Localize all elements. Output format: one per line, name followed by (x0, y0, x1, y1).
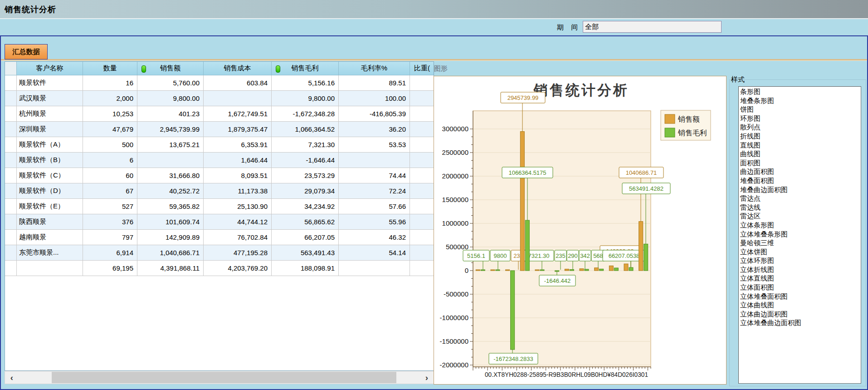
style-option[interactable]: 立体饼图 (740, 247, 861, 257)
table-cell-margin-percent[interactable]: 72.24 (339, 183, 410, 199)
style-option[interactable]: 立体直线图 (740, 274, 861, 283)
table-header-margin-percent[interactable]: 毛利率% (339, 62, 410, 75)
row-indicator[interactable] (5, 122, 17, 137)
table-cell-sales-cost[interactable]: 1,879,375.47 (204, 122, 272, 137)
table-cell-proportion[interactable] (410, 122, 434, 137)
table-cell-sales-cost[interactable]: 6,353.91 (204, 137, 272, 153)
style-option[interactable]: 曲边面积图 (740, 167, 861, 176)
style-option[interactable]: 立体折线图 (740, 265, 861, 274)
table-cell-customer-name[interactable]: 顺景软件 (17, 75, 83, 91)
table-cell-customer-name[interactable]: 顺景软件（B） (17, 153, 83, 168)
style-option[interactable]: 立体条形图 (740, 221, 861, 230)
table-cell-proportion[interactable] (410, 245, 434, 261)
table-cell-gross-profit[interactable]: -1,646.44 (272, 153, 339, 168)
table-cell-quantity[interactable]: 6 (83, 153, 137, 168)
table-cell-customer-name[interactable] (17, 261, 83, 276)
style-option[interactable]: 环形图 (740, 114, 861, 123)
table-cell-customer-name[interactable]: 武汉顺景 (17, 91, 83, 106)
table-cell-quantity[interactable]: 6,914 (83, 245, 137, 261)
table-cell-quantity[interactable]: 47,679 (83, 122, 137, 137)
table-cell-sales-cost[interactable]: 603.84 (204, 75, 272, 91)
table-cell-sales-cost[interactable]: 1,672,749.51 (204, 106, 272, 122)
row-indicator[interactable] (5, 214, 17, 230)
table-cell-margin-percent[interactable]: 89.51 (339, 75, 410, 91)
row-indicator[interactable] (5, 106, 17, 122)
style-option[interactable]: 雷达区 (740, 212, 861, 221)
table-cell-margin-percent[interactable]: 36.20 (339, 122, 410, 137)
table-cell-sales-amount[interactable]: 4,391,868.11 (137, 261, 204, 276)
table-cell-margin-percent[interactable] (339, 261, 410, 276)
table-cell-customer-name[interactable]: 顺景软件（D） (17, 183, 83, 199)
table-cell-sales-amount[interactable]: 13,675.21 (137, 137, 204, 153)
table-cell-margin-percent[interactable]: -416,805.39 (339, 106, 410, 122)
table-cell-quantity[interactable]: 2,000 (83, 91, 137, 106)
table-cell-gross-profit[interactable]: -1,672,348.28 (272, 106, 339, 122)
table-cell-quantity[interactable]: 67 (83, 183, 137, 199)
table-cell-proportion[interactable] (410, 168, 434, 183)
table-cell-sales-cost[interactable]: 477,195.28 (204, 245, 272, 261)
table-cell-customer-name[interactable]: 陕西顺景 (17, 214, 83, 230)
table-cell-sales-cost[interactable]: 4,203,769.20 (204, 261, 272, 276)
table-cell-margin-percent[interactable]: 54.14 (339, 245, 410, 261)
table-cell-sales-amount[interactable]: 9,800.00 (137, 91, 204, 106)
row-indicator[interactable] (5, 245, 17, 261)
style-option[interactable]: 直线图 (740, 141, 861, 150)
table-header-customer-name[interactable]: 客户名称 (17, 62, 83, 75)
table-hscrollbar[interactable]: ‹ › (5, 371, 434, 384)
table-cell-sales-amount[interactable]: 401.23 (137, 106, 204, 122)
table-cell-sales-amount[interactable]: 2,945,739.99 (137, 122, 204, 137)
table-cell-quantity[interactable]: 500 (83, 137, 137, 153)
scrollbar-thumb[interactable] (52, 372, 396, 383)
table-header-sales-amount[interactable]: 销售额 (137, 62, 204, 75)
table-cell-gross-profit[interactable]: 66,207.05 (272, 230, 339, 245)
style-option[interactable]: 堆叠条形图 (740, 96, 861, 105)
style-option[interactable]: 堆叠面积图 (740, 176, 861, 185)
style-option[interactable]: 曼哈顿三维 (740, 238, 861, 247)
row-indicator[interactable] (5, 91, 17, 106)
table-cell-proportion[interactable] (410, 230, 434, 245)
table-cell-sales-cost[interactable]: 44,744.12 (204, 214, 272, 230)
table-cell-sales-amount[interactable]: 1,040,686.71 (137, 245, 204, 261)
table-cell-proportion[interactable] (410, 137, 434, 153)
style-option[interactable]: 立体堆叠曲边面积图 (740, 318, 861, 327)
table-cell-gross-profit[interactable]: 7,321.30 (272, 137, 339, 153)
table-cell-margin-percent[interactable]: 57.66 (339, 199, 410, 214)
style-option[interactable]: 散列点 (740, 123, 861, 132)
table-cell-gross-profit[interactable]: 23,573.29 (272, 168, 339, 183)
table-cell-gross-profit[interactable]: 563,491.43 (272, 245, 339, 261)
table-cell-sales-cost[interactable]: 25,130.90 (204, 199, 272, 214)
table-cell-sales-amount[interactable] (137, 153, 204, 168)
scroll-left-arrow-icon[interactable]: ‹ (5, 371, 19, 384)
row-indicator[interactable] (5, 137, 17, 153)
style-option[interactable]: 折线图 (740, 132, 861, 141)
table-header-sales-cost[interactable]: 销售成本 (204, 62, 272, 75)
table-cell-sales-amount[interactable]: 101,609.74 (137, 214, 204, 230)
table-cell-quantity[interactable]: 60 (83, 168, 137, 183)
table-cell-quantity[interactable]: 10,253 (83, 106, 137, 122)
table-cell-quantity[interactable]: 376 (83, 214, 137, 230)
table-cell-sales-amount[interactable]: 59,365.82 (137, 199, 204, 214)
table-cell-sales-cost[interactable]: 1,646.44 (204, 153, 272, 168)
style-option[interactable]: 立体环形图 (740, 256, 861, 265)
style-option[interactable]: 饼图 (740, 105, 861, 114)
style-option[interactable]: 雷达点 (740, 194, 861, 203)
style-option[interactable]: 立体堆叠条形图 (740, 230, 861, 239)
table-cell-margin-percent[interactable]: 55.96 (339, 214, 410, 230)
table-cell-proportion[interactable] (410, 153, 434, 168)
table-cell-gross-profit[interactable]: 9,800.00 (272, 91, 339, 106)
table-cell-quantity[interactable]: 797 (83, 230, 137, 245)
table-cell-gross-profit[interactable]: 1,066,364.52 (272, 122, 339, 137)
table-header-proportion[interactable]: 比重( (410, 62, 434, 75)
table-cell-customer-name[interactable]: 深圳顺景 (17, 122, 83, 137)
scroll-right-arrow-icon[interactable]: › (420, 371, 434, 384)
table-cell-quantity[interactable]: 16 (83, 75, 137, 91)
table-cell-customer-name[interactable]: 东莞市顺景... (17, 245, 83, 261)
row-indicator[interactable] (5, 199, 17, 214)
table-header-quantity[interactable]: 数量 (83, 62, 137, 75)
table-cell-sales-cost[interactable]: 8,093.51 (204, 168, 272, 183)
table-cell-customer-name[interactable]: 杭州顺景 (17, 106, 83, 122)
row-indicator[interactable] (5, 168, 17, 183)
table-cell-sales-amount[interactable]: 5,760.00 (137, 75, 204, 91)
style-option[interactable]: 曲线图 (740, 149, 861, 158)
row-indicator[interactable] (5, 183, 17, 199)
